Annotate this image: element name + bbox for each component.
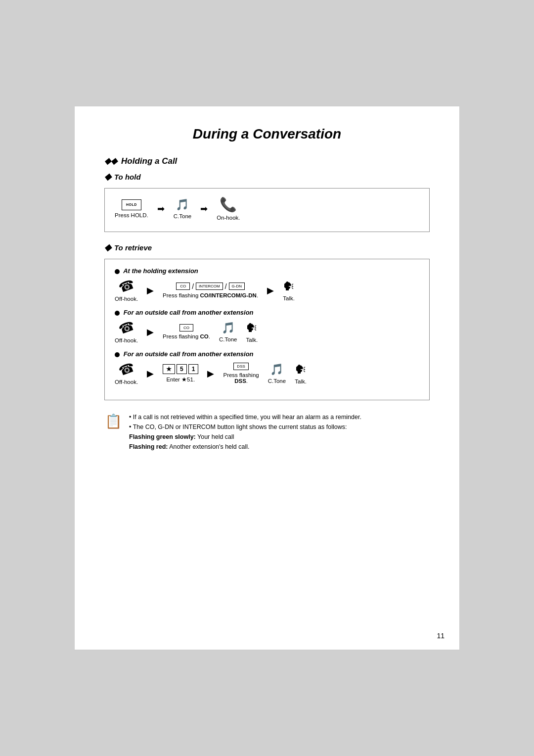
talk-step-1: 🗣 Talk. [283, 280, 295, 301]
press-co-label: Press flashing CO. [163, 333, 210, 339]
ctone-step-2: 🎵 C.Tone [219, 322, 237, 342]
at-holding-title: At the holding extension [115, 267, 419, 275]
ctone-step-3: 🎵 C.Tone [268, 363, 286, 384]
star-key: ★ [163, 364, 175, 374]
arrow-7: ▶ [207, 368, 214, 379]
outside-call-co-section: For an outside call from another extensi… [115, 309, 419, 343]
offhook-icon-3: ☎ [116, 359, 136, 379]
dss-button: DSS [233, 363, 248, 370]
talk-icon-2: 🗣 [246, 321, 258, 335]
co-button-2: CO [179, 324, 193, 331]
to-hold-steps: HOLD Press HOLD. ➡ 🎵 C.Tone ➡ 📞 On-hook. [115, 196, 419, 221]
diamond-icon-2: ◆ [104, 242, 111, 253]
to-retrieve-box: At the holding extension ☎ Off-hook. ▶ C… [104, 259, 430, 400]
offhook-label-2: Off-hook. [115, 337, 138, 343]
page-number: 11 [437, 632, 445, 640]
talk-label-2: Talk. [246, 337, 258, 343]
ctone-label: C.Tone [174, 213, 191, 219]
outside-dss-steps: ☎ Off-hook. ▶ ★ 5 1 [115, 362, 419, 385]
to-hold-heading: ◆ To hold [104, 171, 430, 182]
page-title: During a Conversation [104, 126, 430, 142]
ctone-step: 🎵 C.Tone [174, 198, 191, 219]
dss-button-step: DSS Press flashingDSS. [223, 363, 259, 384]
flashing-green-text: Your held call [196, 433, 234, 440]
arrow-icon-1: ➡ [157, 203, 165, 214]
at-holding-extension-section: At the holding extension ☎ Off-hook. ▶ C… [115, 267, 419, 302]
ctone-icon-2: 🎵 [222, 322, 235, 334]
note-icon: 📋 [104, 413, 122, 429]
talk-step-3: 🗣 Talk. [295, 363, 307, 384]
gdn-button: G-DN [229, 283, 245, 290]
talk-icon-1: 🗣 [283, 280, 295, 293]
ctone-label-2: C.Tone [219, 336, 237, 342]
ctone-icon-3: 🎵 [270, 363, 283, 376]
flashing-green-label: Flashing green slowly: [129, 433, 196, 440]
page: During a Conversation ◆◆ Holding a Call … [74, 106, 460, 650]
enter-star51-label: Enter ★51. [166, 376, 195, 383]
talk-label-3: Talk. [295, 378, 307, 384]
co-button: CO [176, 283, 190, 290]
talk-label-1: Talk. [283, 295, 295, 301]
hold-label: Press HOLD. [115, 212, 148, 218]
flashing-red-text: Another extension's held call. [168, 443, 249, 450]
arrow-3: ▶ [147, 285, 154, 296]
arrow-4: ▶ [267, 285, 274, 296]
to-hold-box: HOLD Press HOLD. ➡ 🎵 C.Tone ➡ 📞 On-hook. [104, 188, 430, 232]
one-key: 1 [188, 364, 199, 374]
diamond-icon: ◆ [104, 171, 111, 182]
slash-1: / [192, 283, 194, 290]
notes-section: 📋 • If a call is not retrieved within a … [104, 412, 430, 452]
offhook-label-3: Off-hook. [115, 379, 138, 385]
hold-button-step: HOLD Press HOLD. [115, 199, 148, 218]
onhook-icon: 📞 [220, 196, 237, 213]
press-dss-label: Press flashingDSS. [223, 372, 259, 384]
five-key: 5 [177, 364, 187, 374]
press-flashing-label: Press flashing CO/INTERCOM/G-DN. [163, 292, 258, 298]
talk-step-2: 🗣 Talk. [246, 321, 258, 343]
hold-button-icon: HOLD [122, 199, 141, 210]
offhook-icon-2: ☎ [116, 318, 136, 337]
offhook-label-1: Off-hook. [115, 296, 138, 302]
btn-group-step: CO / INTERCOM / G-DN Press flashing CO/I… [163, 283, 258, 298]
holding-a-call-heading: ◆◆ Holding a Call [104, 156, 430, 166]
offhook-step-3: ☎ Off-hook. [115, 362, 138, 385]
arrow-icon-2: ➡ [200, 203, 208, 214]
onhook-step: 📞 On-hook. [217, 196, 240, 221]
ctone-icon: 🎵 [176, 198, 189, 211]
star51-step: ★ 5 1 Enter ★51. [163, 364, 198, 383]
co-button-step: CO Press flashing CO. [163, 324, 210, 339]
bullet-dot-2 [115, 311, 120, 316]
outside-call-dss-title: For an outside call from another extensi… [115, 350, 419, 358]
double-diamond-icon: ◆◆ [104, 156, 117, 166]
star51-keys: ★ 5 1 [163, 364, 198, 374]
outside-co-steps: ☎ Off-hook. ▶ CO Press flashing CO. 🎵 C [115, 320, 419, 343]
bullet-dot-3 [115, 352, 120, 357]
note-text-content: • If a call is not retrieved within a sp… [129, 412, 361, 452]
offhook-icon-1: ☎ [116, 276, 136, 296]
outside-call-dss-section: For an outside call from another extensi… [115, 350, 419, 385]
intercom-button: INTERCOM [196, 283, 223, 290]
offhook-step-1: ☎ Off-hook. [115, 279, 138, 302]
to-retrieve-heading: ◆ To retrieve [104, 242, 430, 253]
offhook-step-2: ☎ Off-hook. [115, 320, 138, 343]
outside-call-co-title: For an outside call from another extensi… [115, 309, 419, 316]
talk-icon-3: 🗣 [295, 363, 307, 377]
arrow-5: ▶ [147, 327, 154, 337]
co-intercom-gdn-buttons: CO / INTERCOM / G-DN [176, 283, 245, 290]
ctone-label-3: C.Tone [268, 378, 286, 384]
bullet-dot-1 [115, 269, 120, 274]
flashing-red-label: Flashing red: [129, 443, 168, 450]
at-holding-steps: ☎ Off-hook. ▶ CO / INTERCOM / [115, 279, 419, 302]
slash-2: / [225, 283, 227, 290]
onhook-label: On-hook. [217, 215, 240, 221]
arrow-6: ▶ [147, 368, 154, 379]
